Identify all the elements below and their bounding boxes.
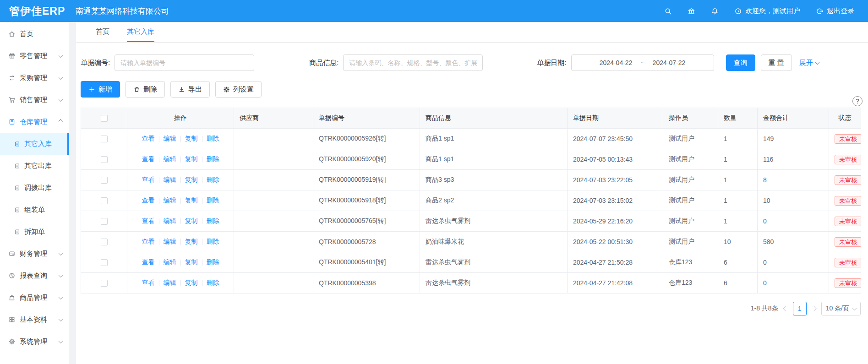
page-size-select[interactable]: 10 条/页 — [821, 302, 861, 315]
bank-icon[interactable] — [688, 7, 695, 15]
supplier-cell — [234, 252, 313, 273]
prev-page-icon[interactable] — [783, 306, 788, 311]
date-from[interactable]: 2024-04-22 — [600, 59, 633, 66]
sidebar-item-reports[interactable]: 报表查询 — [0, 265, 69, 287]
bell-icon[interactable] — [711, 7, 719, 15]
next-page-icon[interactable] — [811, 306, 816, 311]
delete-link[interactable]: 删除 — [207, 135, 219, 143]
view-link[interactable]: 查看 — [142, 176, 155, 184]
row-checkbox[interactable] — [101, 280, 108, 287]
edit-link[interactable]: 编辑 — [164, 258, 176, 266]
sidebar-item-sales[interactable]: 销售管理 — [0, 89, 69, 111]
copy-link[interactable]: 复制 — [185, 196, 198, 205]
row-checkbox[interactable] — [101, 259, 108, 266]
table-row: 查看 编辑 复制 删除 QTRK00000005398 雷达杀虫气雾剂 2024… — [81, 273, 861, 293]
date-to[interactable]: 2024-07-22 — [653, 59, 686, 66]
delete-link[interactable]: 删除 — [207, 155, 219, 163]
col-header-amount: 金额合计 — [758, 108, 829, 129]
date-cell: 2024-04-27 21:42:08 — [568, 273, 663, 293]
copy-link[interactable]: 复制 — [185, 135, 198, 143]
edit-link[interactable]: 编辑 — [164, 196, 176, 205]
page-number-button[interactable]: 1 — [793, 302, 807, 315]
submenu-item-label: 调拨出库 — [24, 184, 52, 192]
row-checkbox[interactable] — [101, 177, 108, 184]
view-link[interactable]: 查看 — [142, 135, 155, 143]
delete-link[interactable]: 删除 — [207, 217, 219, 225]
row-checkbox[interactable] — [101, 156, 108, 163]
edit-link[interactable]: 编辑 — [164, 238, 176, 246]
tab-other-inbound[interactable]: 其它入库 — [127, 22, 154, 42]
search-icon[interactable] — [664, 7, 672, 15]
copy-link[interactable]: 复制 — [185, 176, 198, 184]
delete-link[interactable]: 删除 — [207, 238, 219, 246]
bill-no-cell: QTRK00000005918[转] — [313, 190, 420, 211]
view-link[interactable]: 查看 — [142, 217, 155, 225]
copy-link[interactable]: 复制 — [185, 279, 198, 287]
export-button[interactable]: 导出 — [170, 81, 210, 98]
submenu-item-disassembly[interactable]: 拆卸单 — [0, 221, 69, 243]
row-actions: 查看 编辑 复制 删除 — [133, 155, 228, 163]
product-info-input[interactable] — [343, 54, 483, 71]
view-link[interactable]: 查看 — [142, 279, 155, 287]
copy-link[interactable]: 复制 — [185, 217, 198, 225]
date-range-picker[interactable]: 2024-04-22 ~ 2024-07-22 — [571, 54, 714, 71]
chevron-down-icon — [852, 306, 857, 310]
supplier-cell — [234, 129, 313, 149]
delete-link[interactable]: 删除 — [207, 258, 219, 266]
edit-link[interactable]: 编辑 — [164, 135, 176, 143]
sidebar-item-label: 商品管理 — [20, 293, 47, 302]
document-icon — [14, 206, 21, 213]
edit-link[interactable]: 编辑 — [164, 155, 176, 163]
bill-no-cell: QTRK00000005926[转] — [313, 129, 420, 149]
plus-icon — [88, 86, 95, 93]
submenu-item-other-inbound[interactable]: 其它入库 — [0, 133, 69, 155]
select-all-checkbox[interactable] — [101, 115, 108, 122]
expand-link[interactable]: 展开 — [799, 59, 819, 67]
tab-home[interactable]: 首页 — [96, 22, 109, 42]
sidebar-item-home[interactable]: 首页 — [0, 23, 69, 45]
bill-no-input[interactable] — [115, 54, 254, 71]
edit-link[interactable]: 编辑 — [164, 279, 176, 287]
row-checkbox[interactable] — [101, 218, 108, 225]
view-link[interactable]: 查看 — [142, 155, 155, 163]
edit-link[interactable]: 编辑 — [164, 217, 176, 225]
bill-no-cell: QTRK00000005398 — [313, 273, 420, 293]
sidebar-item-retail[interactable]: 零售管理 — [0, 45, 69, 67]
sidebar-item-system[interactable]: 系统管理 — [0, 331, 69, 353]
copy-link[interactable]: 复制 — [185, 258, 198, 266]
status-badge: 未审核 — [835, 258, 861, 267]
submenu-item-other-outbound[interactable]: 其它出库 — [0, 155, 69, 177]
submenu-item-assembly[interactable]: 组装单 — [0, 199, 69, 221]
view-link[interactable]: 查看 — [142, 238, 155, 246]
delete-link[interactable]: 删除 — [207, 176, 219, 184]
row-checkbox[interactable] — [101, 197, 108, 204]
column-settings-button[interactable]: 列设置 — [215, 81, 262, 98]
chevron-up-icon — [59, 119, 63, 124]
search-button[interactable]: 查询 — [726, 54, 755, 71]
amount-cell: 0 — [758, 211, 829, 232]
row-checkbox[interactable] — [101, 239, 108, 245]
document-icon — [14, 163, 21, 169]
view-link[interactable]: 查看 — [142, 196, 155, 205]
submenu-item-transfer-outbound[interactable]: 调拨出库 — [0, 177, 69, 199]
sidebar-item-basic-data[interactable]: 基本资料 — [0, 309, 69, 331]
delete-link[interactable]: 删除 — [207, 196, 219, 205]
reset-button[interactable]: 重置 — [761, 54, 792, 71]
edit-link[interactable]: 编辑 — [164, 176, 176, 184]
delete-link[interactable]: 删除 — [207, 279, 219, 287]
view-link[interactable]: 查看 — [142, 258, 155, 266]
copy-link[interactable]: 复制 — [185, 155, 198, 163]
help-icon[interactable]: ? — [852, 96, 863, 106]
sidebar-item-warehouse[interactable]: 仓库管理 — [0, 111, 69, 133]
delete-button[interactable]: 删除 — [126, 81, 165, 98]
welcome-user[interactable]: 欢迎您，测试用户 — [734, 7, 800, 16]
copy-link[interactable]: 复制 — [185, 238, 198, 246]
sidebar-item-finance[interactable]: 财务管理 — [0, 243, 69, 265]
sidebar-item-goods[interactable]: 商品管理 — [0, 287, 69, 309]
logout-button[interactable]: 退出登录 — [816, 7, 854, 16]
operator-cell: 测试用户 — [663, 149, 718, 170]
qty-cell: 1 — [718, 211, 758, 232]
sidebar-item-purchase[interactable]: 采购管理 — [0, 67, 69, 89]
row-checkbox[interactable] — [101, 136, 108, 142]
add-button[interactable]: 新增 — [81, 81, 120, 98]
